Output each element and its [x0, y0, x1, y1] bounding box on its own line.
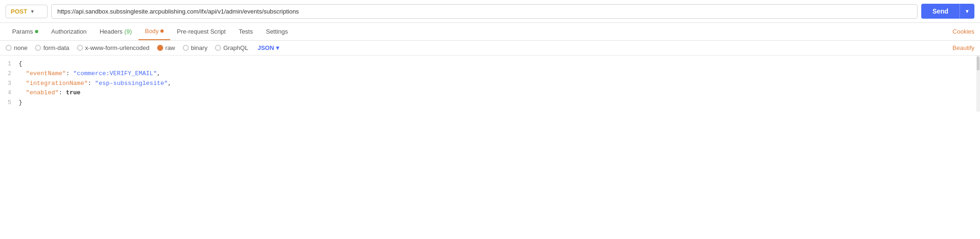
line-number-3: 3 [0, 79, 19, 88]
code-editor[interactable]: 1 { 2 "eventName": "commerce:VERIFY_EMAI… [0, 56, 980, 112]
line-number-1: 1 [0, 59, 19, 69]
option-binary-label: binary [191, 44, 207, 51]
method-chevron-icon: ▼ [30, 9, 35, 14]
line-content-1: { [19, 59, 980, 69]
code-line-3: 3 "integrationName": "esp-subssinglesite… [0, 79, 980, 89]
option-raw[interactable]: raw [157, 44, 175, 51]
tab-settings[interactable]: Settings [259, 23, 294, 40]
line-content-5: } [19, 98, 980, 108]
send-dropdown-button[interactable]: ▼ [959, 4, 974, 19]
option-url-encoded-label: x-www-form-urlencoded [85, 44, 150, 51]
radio-raw-icon [157, 45, 163, 51]
radio-form-data-icon [35, 45, 41, 51]
tab-params-label: Params [12, 28, 33, 35]
option-raw-label: raw [166, 44, 175, 51]
send-button[interactable]: Send [921, 4, 959, 19]
option-binary[interactable]: binary [183, 44, 207, 51]
code-line-5: 5 } [0, 98, 980, 108]
line-content-2: "eventName": "commerce:VERIFY_EMAIL", [19, 69, 980, 79]
option-form-data-label: form-data [43, 44, 69, 51]
tab-headers-label: Headers [100, 28, 123, 35]
option-graphql-label: GraphQL [223, 44, 248, 51]
headers-badge: (9) [124, 28, 132, 35]
option-none[interactable]: none [6, 44, 28, 51]
tab-tests[interactable]: Tests [232, 23, 259, 40]
line-content-3: "integrationName": "esp-subssinglesite", [19, 79, 980, 89]
tab-authorization-label: Authorization [51, 28, 87, 35]
scrollbar-thumb[interactable] [977, 56, 980, 70]
code-line-2: 2 "eventName": "commerce:VERIFY_EMAIL", [0, 69, 980, 79]
body-options-bar: none form-data x-www-form-urlencoded raw… [0, 41, 980, 56]
tab-params[interactable]: Params [6, 23, 45, 40]
json-label: JSON [257, 44, 274, 51]
tab-authorization[interactable]: Authorization [45, 23, 93, 40]
tab-body[interactable]: Body [138, 23, 171, 40]
code-editor-area: 1 { 2 "eventName": "commerce:VERIFY_EMAI… [0, 56, 980, 112]
params-dot-icon [35, 30, 38, 33]
tabs-bar: Params Authorization Headers (9) Body Pr… [0, 23, 980, 41]
radio-graphql-icon [215, 45, 221, 51]
option-form-data[interactable]: form-data [35, 44, 69, 51]
body-dot-icon [160, 29, 164, 33]
option-none-label: none [14, 44, 28, 51]
tab-body-label: Body [145, 28, 159, 35]
line-number-4: 4 [0, 88, 19, 98]
json-chevron-icon: ▾ [276, 44, 279, 51]
json-selector[interactable]: JSON ▾ [257, 44, 279, 51]
tab-pre-request-label: Pre-request Script [177, 28, 226, 35]
code-line-1: 1 { [0, 59, 980, 69]
tab-tests-label: Tests [239, 28, 253, 35]
tab-pre-request-script[interactable]: Pre-request Script [170, 23, 232, 40]
radio-none-icon [6, 45, 12, 51]
line-number-2: 2 [0, 69, 19, 78]
code-line-4: 4 "enabled": true [0, 88, 980, 98]
vertical-scrollbar[interactable] [976, 56, 980, 112]
radio-url-encoded-icon [77, 45, 83, 51]
tab-headers[interactable]: Headers (9) [93, 23, 138, 40]
method-selector[interactable]: POST ▼ [6, 5, 48, 18]
option-url-encoded[interactable]: x-www-form-urlencoded [77, 44, 150, 51]
line-number-5: 5 [0, 98, 19, 107]
top-bar: POST ▼ Send ▼ [0, 0, 980, 23]
send-btn-group: Send ▼ [921, 4, 974, 19]
beautify-button[interactable]: Beautify [952, 44, 974, 51]
radio-binary-icon [183, 45, 189, 51]
method-label: POST [11, 8, 27, 15]
line-content-4: "enabled": true [19, 88, 980, 98]
url-input[interactable] [51, 4, 918, 19]
tab-settings-label: Settings [266, 28, 288, 35]
option-graphql[interactable]: GraphQL [215, 44, 248, 51]
cookies-link[interactable]: Cookies [952, 28, 974, 35]
